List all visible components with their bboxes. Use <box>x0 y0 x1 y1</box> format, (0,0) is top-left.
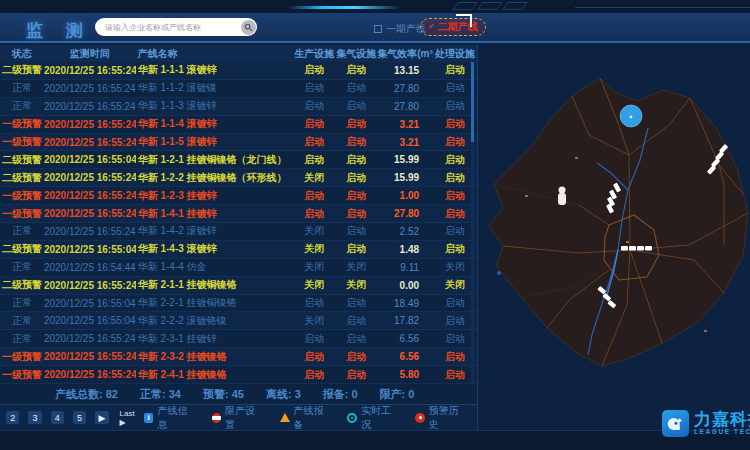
cell-gas: 关闭 <box>335 278 377 292</box>
cell-prod: 启动 <box>293 153 335 167</box>
cell-prod: 启动 <box>293 332 335 346</box>
search-icon[interactable] <box>241 20 256 35</box>
action-info[interactable]: i产线信息 <box>144 404 196 432</box>
corner-bracket <box>456 14 472 27</box>
last-page-button[interactable]: Last ▶ <box>118 411 144 424</box>
cell-gas: 启动 <box>335 99 377 113</box>
cell-eff: 18.49 <box>377 298 433 309</box>
column-header: 集气设施 <box>335 47 377 61</box>
search-input[interactable] <box>95 23 241 32</box>
checkbox-icon[interactable] <box>374 25 382 33</box>
cell-status: 一级预警 <box>0 350 44 364</box>
action-limit[interactable]: 限产设置 <box>212 404 264 432</box>
cell-eff: 17.82 <box>377 315 433 326</box>
table-row[interactable]: 正常2020/12/25 16:55:04华新 2-2-2 滚镀铬镍关闭启动17… <box>0 312 477 330</box>
table-row[interactable]: 二级预警2020/12/25 16:55:04华新 1-2-1 挂镀铜镍铬（龙门… <box>0 151 477 169</box>
cell-prod: 关闭 <box>293 260 335 274</box>
bottom-toolbar: 2345▶Last ▶ i产线信息限产设置产线报备实时工况预警历史 <box>0 404 477 430</box>
cell-prod: 关闭 <box>293 278 335 292</box>
action-alarm-history[interactable]: 预警历史 <box>415 404 467 432</box>
cell-status: 正常 <box>0 81 44 95</box>
page-button[interactable]: 2 <box>6 411 19 424</box>
cell-eff: 13.15 <box>377 65 433 76</box>
alarm-history-icon <box>415 413 425 423</box>
slant-decoration <box>455 2 525 10</box>
page-button[interactable]: 3 <box>28 411 41 424</box>
map-canvas <box>479 45 750 430</box>
table-row[interactable]: 一级预警2020/12/25 16:55:24华新 1-1-4 滚镀锌启动启动3… <box>0 116 477 134</box>
cell-status: 正常 <box>0 224 44 238</box>
cell-time: 2020/12/25 16:55:04 <box>44 315 136 326</box>
scrollbar-thumb[interactable] <box>471 62 474 142</box>
cell-prod: 关闭 <box>293 242 335 256</box>
table-row[interactable]: 二级预警2020/12/25 16:55:24华新 2-1-1 挂镀铜镍铬关闭关… <box>0 277 477 295</box>
cell-eff: 5.80 <box>377 369 433 380</box>
cell-status: 一级预警 <box>0 135 44 149</box>
cell-prod: 启动 <box>293 189 335 203</box>
table-row[interactable]: 二级预警2020/12/25 16:55:04华新 1-4-3 滚镀锌关闭启动1… <box>0 241 477 259</box>
action-label: 限产设置 <box>225 404 263 432</box>
cell-time: 2020/12/25 16:55:04 <box>44 298 136 309</box>
table-row[interactable]: 一级预警2020/12/25 16:55:24华新 1-4-1 挂镀锌启动启动2… <box>0 205 477 223</box>
table-row[interactable]: 二级预警2020/12/25 16:55:24华新 1-1-1 滚镀锌启动启动1… <box>0 62 477 80</box>
table-row[interactable]: 一级预警2020/12/25 16:55:24华新 2-3-2 挂镀镍铬启动启动… <box>0 348 477 366</box>
cell-name: 华新 1-4-4 仿金 <box>136 260 294 274</box>
table-row[interactable]: 一级预警2020/12/25 16:55:24华新 1-1-5 滚镀锌启动启动3… <box>0 134 477 152</box>
brand-name-en: LEAGUE TECH <box>694 429 750 436</box>
limit-icon <box>212 413 222 423</box>
cell-gas: 启动 <box>335 224 377 238</box>
cell-status: 二级预警 <box>0 153 44 167</box>
cell-eff: 0.00 <box>377 280 433 291</box>
next-page-button[interactable]: ▶ <box>95 411 108 424</box>
cell-prod: 关闭 <box>293 314 335 328</box>
pagination: 2345▶Last ▶ <box>6 411 144 424</box>
cell-eff: 1.00 <box>377 190 433 201</box>
table-row[interactable]: 正常2020/12/25 16:55:24华新 1-4-2 滚镀锌关闭启动2.5… <box>0 223 477 241</box>
summary-item: 产线总数: 82 <box>55 387 118 402</box>
cell-name: 华新 1-2-3 挂镀锌 <box>136 189 294 203</box>
cell-status: 一级预警 <box>0 117 44 131</box>
page-button[interactable]: 4 <box>51 411 64 424</box>
cell-time: 2020/12/25 16:55:04 <box>44 154 136 165</box>
table-scrollbar[interactable] <box>471 62 474 384</box>
table-row[interactable]: 二级预警2020/12/25 16:55:24华新 1-2-2 挂镀铜镍铬（环形… <box>0 169 477 187</box>
page-button[interactable]: 5 <box>73 411 86 424</box>
table-row[interactable]: 正常2020/12/25 16:55:24华新 1-1-3 滚镀锌启动启动27.… <box>0 98 477 116</box>
header-bar: 监 测 一期产线 ✔ 二期产线 <box>0 13 750 43</box>
cell-prod: 启动 <box>293 368 335 382</box>
action-realtime[interactable]: 实时工况 <box>347 404 399 432</box>
summary-item: 预警: 45 <box>203 387 244 402</box>
phase2-button[interactable]: ✔ 二期产线 <box>420 18 486 36</box>
cell-time: 2020/12/25 16:55:24 <box>44 226 136 237</box>
phase1-checkbox[interactable]: 一期产线 <box>374 22 426 36</box>
cell-name: 华新 2-2-2 滚镀铬镍 <box>136 314 294 328</box>
table-row[interactable]: 正常2020/12/25 16:55:24华新 2-3-1 挂镀锌启动启动6.5… <box>0 330 477 348</box>
cell-eff: 6.56 <box>377 351 433 362</box>
footer-strip <box>0 430 750 450</box>
person-marker <box>558 187 566 206</box>
search-box[interactable] <box>95 18 257 36</box>
cell-status: 二级预警 <box>0 63 44 77</box>
column-header: 处理设施 <box>433 47 477 61</box>
table-row[interactable]: 一级预警2020/12/25 16:55:24华新 2-4-1 挂镀镍铬启动启动… <box>0 366 477 384</box>
cell-status: 正常 <box>0 99 44 113</box>
cell-prod: 关闭 <box>293 171 335 185</box>
cell-status: 二级预警 <box>0 278 44 292</box>
table-row[interactable]: 正常2020/12/25 16:55:24华新 1-1-2 滚镀镍启动启动27.… <box>0 80 477 98</box>
cell-status: 正常 <box>0 314 44 328</box>
table-row[interactable]: 一级预警2020/12/25 16:55:24华新 1-2-3 挂镀锌启动启动1… <box>0 187 477 205</box>
table-row[interactable]: 正常2020/12/25 16:54:44华新 1-4-4 仿金关闭关闭9.11… <box>0 259 477 277</box>
action-label: 产线报备 <box>294 404 332 432</box>
cell-prod: 启动 <box>293 63 335 77</box>
table-body: 二级预警2020/12/25 16:55:24华新 1-1-1 滚镀锌启动启动1… <box>0 62 477 384</box>
table-row[interactable]: 正常2020/12/25 16:55:04华新 2-2-1 挂镀铜镍铬启动启动1… <box>0 295 477 313</box>
city-map[interactable] <box>479 45 750 430</box>
column-header: 集气效率(m³/s) <box>377 47 433 61</box>
cell-eff: 3.21 <box>377 119 433 130</box>
realtime-icon <box>347 413 357 423</box>
action-report-triangle[interactable]: 产线报备 <box>280 404 332 432</box>
cell-gas: 启动 <box>335 117 377 131</box>
cell-name: 华新 1-1-4 滚镀锌 <box>136 117 294 131</box>
action-label: 产线信息 <box>157 404 195 432</box>
cell-eff: 6.56 <box>377 333 433 344</box>
